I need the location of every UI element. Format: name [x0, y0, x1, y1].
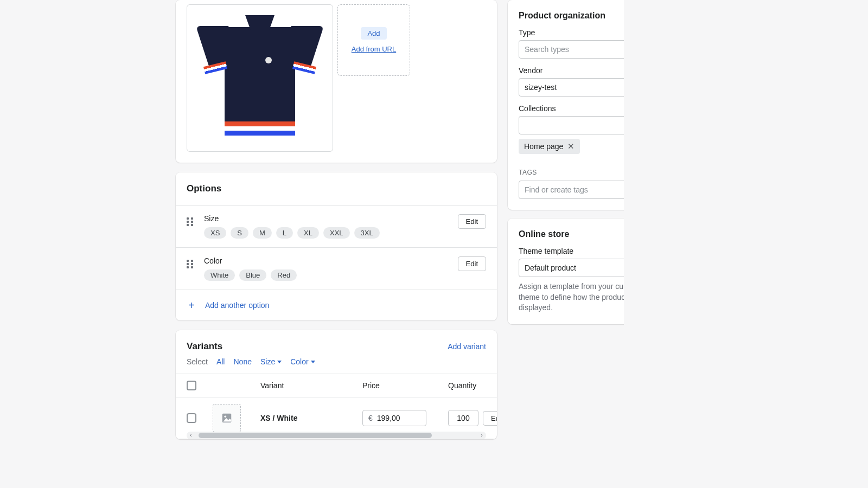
variants-title: Variants [187, 341, 222, 352]
online-store-title: Online store [519, 229, 660, 239]
select-all-checkbox[interactable] [187, 381, 196, 390]
add-variant-link[interactable]: Add variant [448, 342, 486, 351]
scroll-right-icon[interactable]: › [481, 432, 483, 438]
add-media-button[interactable]: Add [361, 27, 386, 40]
collections-input[interactable] [519, 116, 660, 134]
option-name: Size [204, 214, 450, 223]
variant-select-row: Select All None Size Color [176, 357, 497, 374]
chip: XXL [323, 227, 350, 239]
chip: White [204, 269, 235, 281]
template-select[interactable] [519, 259, 660, 277]
chip: L [276, 227, 293, 239]
edit-option-button[interactable]: Edit [458, 256, 486, 271]
chip: XL [297, 227, 319, 239]
select-size-label: Size [260, 357, 275, 366]
polo-shirt-graphic [203, 11, 317, 145]
select-by-color[interactable]: Color [290, 357, 315, 366]
select-color-label: Color [290, 357, 308, 366]
media-card: Add Add from URL [176, 0, 497, 163]
variant-qty-input[interactable]: 100 [448, 410, 478, 426]
price-value: 199,00 [377, 414, 400, 422]
option-values-size: XS S M L XL XXL 3XL [204, 227, 450, 239]
chip: XS [204, 227, 226, 239]
chip: 3XL [354, 227, 380, 239]
plus-icon: + [187, 300, 196, 311]
col-quantity: Quantity [448, 381, 497, 390]
chip: Red [271, 269, 297, 281]
scroll-left-icon[interactable]: ‹ [190, 432, 192, 438]
type-label: Type [519, 28, 660, 37]
add-option-button[interactable]: + Add another option [176, 290, 497, 320]
col-price: Price [362, 381, 444, 390]
media-dropzone[interactable]: Add Add from URL [337, 4, 410, 76]
option-row-size: Size XS S M L XL XXL 3XL Edit [176, 205, 497, 247]
scrollbar-thumb[interactable] [199, 433, 432, 438]
product-organization-card: Product organization Type Vendor Collect… [508, 0, 671, 210]
option-values-color: White Blue Red [204, 269, 450, 281]
collection-tag: Home page ✕ [519, 139, 580, 154]
select-none[interactable]: None [233, 357, 251, 366]
option-name: Color [204, 256, 450, 265]
template-label: Theme template [519, 247, 660, 255]
currency-symbol: € [368, 414, 373, 422]
vendor-label: Vendor [519, 66, 660, 75]
type-input[interactable] [519, 40, 660, 59]
variant-image-placeholder[interactable] [213, 404, 241, 432]
chevron-down-icon [277, 361, 282, 363]
variant-checkbox[interactable] [187, 413, 196, 423]
col-variant: Variant [260, 381, 358, 390]
chip: S [231, 227, 248, 239]
variants-header-row: Variant Price Quantity SI [176, 374, 497, 397]
add-option-label: Add another option [205, 301, 269, 310]
product-image[interactable] [187, 4, 333, 152]
remove-tag-icon[interactable]: ✕ [567, 142, 575, 151]
template-helper-text: Assign a template from your current them… [519, 281, 660, 313]
edit-variant-button[interactable]: Edit [483, 411, 497, 426]
chevron-down-icon [311, 361, 315, 363]
vendor-input[interactable] [519, 78, 660, 97]
variant-price-input[interactable]: € 199,00 [362, 410, 426, 426]
online-store-card: Online store Theme template Assign a tem… [508, 219, 671, 324]
tags-input[interactable] [519, 181, 660, 199]
drag-handle-icon[interactable] [187, 217, 196, 226]
chip: M [253, 227, 272, 239]
options-card: Options Size XS S M L XL XXL 3XL [176, 172, 497, 320]
variants-card: Variants Add variant Select All None Siz… [176, 330, 497, 439]
collection-tag-label: Home page [524, 142, 563, 151]
org-title: Product organization [519, 11, 660, 21]
select-label: Select [187, 357, 208, 366]
select-by-size[interactable]: Size [260, 357, 282, 366]
image-icon [221, 412, 233, 424]
chip: Blue [239, 269, 266, 281]
collections-label: Collections [519, 104, 660, 113]
edit-option-button[interactable]: Edit [458, 214, 486, 229]
horizontal-scrollbar[interactable]: ‹ › [187, 432, 486, 439]
add-from-url-link[interactable]: Add from URL [352, 45, 396, 53]
option-row-color: Color White Blue Red Edit [176, 247, 497, 290]
svg-point-1 [224, 415, 226, 418]
variant-name: XS / White [260, 414, 358, 422]
select-all[interactable]: All [216, 357, 225, 366]
variants-table: Variant Price Quantity SI XS / White € [176, 374, 497, 439]
drag-handle-icon[interactable] [187, 260, 196, 268]
tags-label: TAGS [519, 169, 660, 176]
options-title: Options [176, 172, 497, 205]
